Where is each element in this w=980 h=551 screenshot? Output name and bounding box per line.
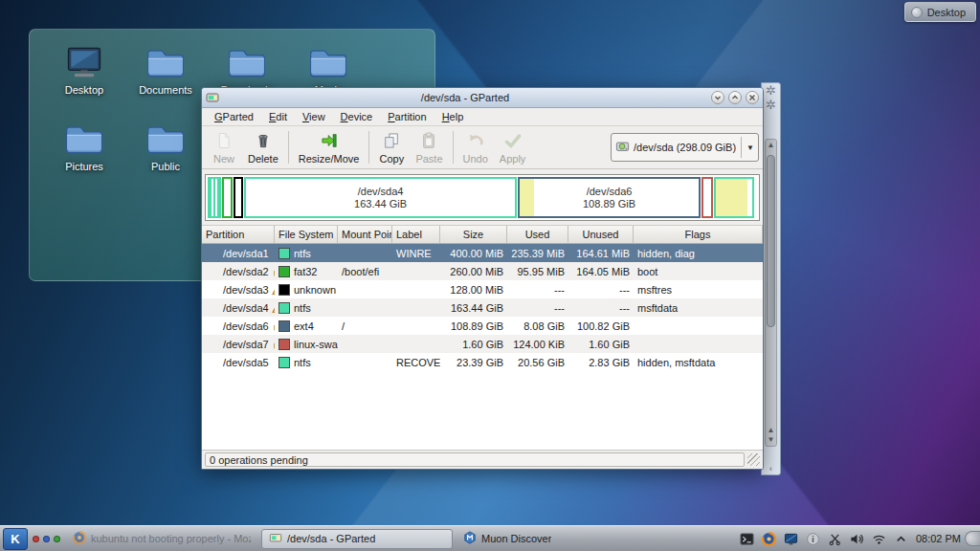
- minimize-button[interactable]: [711, 91, 724, 104]
- desktop-toolbox-button[interactable]: Desktop: [904, 2, 976, 22]
- toolbar-button-label: Copy: [380, 153, 405, 165]
- title-bar[interactable]: /dev/sda - GParted: [202, 88, 763, 108]
- partition-bar: /dev/sda4163.44 GiB/dev/sda6108.89 GiB: [205, 174, 760, 221]
- table-row-sda6[interactable]: /dev/sda6ext4/108.89 GiB8.08 GiB100.82 G…: [202, 317, 763, 335]
- folder-icon: [51, 121, 118, 158]
- toolbar-button-label: Undo: [463, 153, 488, 165]
- unused-value: 164.61 MiB: [576, 248, 630, 259]
- display-icon[interactable]: [784, 532, 798, 546]
- resize-move-button[interactable]: Resize/Move: [293, 129, 366, 165]
- table-row-sda3[interactable]: /dev/sda3unknown128.00 MiB------msftres: [202, 280, 763, 298]
- close-button[interactable]: [746, 91, 759, 104]
- flags-value: msftdata: [637, 302, 678, 314]
- taskbar-task-gparted[interactable]: /dev/sda - GParted: [261, 529, 453, 549]
- column-header-partition[interactable]: Partition: [202, 226, 275, 243]
- menu-gparted[interactable]: GParted: [208, 109, 260, 124]
- flags-value: msftres: [637, 284, 672, 296]
- menu-device[interactable]: Device: [334, 109, 380, 124]
- table-row-sda2[interactable]: /dev/sda2fat32/boot/efi260.00 MiB95.95 M…: [202, 262, 763, 280]
- partition-segment-sda3[interactable]: [234, 177, 243, 218]
- device-selector[interactable]: /dev/sda (298.09 GiB)▼: [611, 133, 759, 162]
- scroll-up-icon-2[interactable]: ▲: [766, 427, 776, 434]
- column-header-unused[interactable]: Unused: [568, 226, 634, 243]
- paste-icon: [418, 131, 439, 152]
- menu-partition[interactable]: Partition: [381, 109, 433, 124]
- activity-dot[interactable]: [33, 536, 39, 542]
- partition-segment-sda1[interactable]: [208, 177, 221, 218]
- copy-icon: [381, 131, 402, 152]
- table-row-sda1[interactable]: /dev/sda1ntfsWINRE400.00 MiB235.39 MiB16…: [202, 244, 763, 262]
- volume-icon[interactable]: [850, 532, 864, 546]
- table-row-sda7[interactable]: /dev/sda7linux-swap1.60 GiB124.00 KiB1.6…: [202, 335, 763, 353]
- partition-segment-sda5[interactable]: [714, 177, 753, 218]
- apply-button[interactable]: Apply: [494, 129, 532, 165]
- window-title: /dev/sda - GParted: [223, 92, 707, 103]
- desktop-icon-pictures[interactable]: Pictures: [51, 121, 118, 172]
- table-row-sda5[interactable]: /dev/sda5ntfsRECOVERY23.39 GiB20.56 GiB2…: [202, 353, 763, 371]
- folder-icon: [213, 45, 280, 81]
- trash-icon: [253, 131, 274, 152]
- task-title: /dev/sda - GParted: [287, 533, 375, 544]
- taskbar-task-kubuntu[interactable]: kubuntu not booting properly - Mozilla F…: [66, 529, 257, 549]
- column-header-flags[interactable]: Flags: [634, 226, 763, 243]
- activity-dot[interactable]: [54, 536, 60, 542]
- segment-label: /dev/sda6108.89 GiB: [520, 179, 699, 216]
- firefox-icon[interactable]: [762, 532, 776, 546]
- activity-dot[interactable]: [43, 536, 50, 542]
- scroll-up-icon[interactable]: ▲: [766, 142, 776, 149]
- kde-menu-button[interactable]: K: [3, 528, 28, 550]
- network-icon[interactable]: [872, 532, 886, 546]
- info-circle-icon[interactable]: i: [806, 532, 820, 546]
- menu-edit[interactable]: Edit: [262, 109, 294, 124]
- partition-name: /dev/sda6: [206, 320, 269, 332]
- column-header-file-system[interactable]: File System: [275, 226, 338, 243]
- task-title: Muon Discover: [481, 533, 551, 544]
- terminal-icon[interactable]: [740, 532, 754, 546]
- new-button[interactable]: New: [206, 129, 242, 165]
- partition-segment-sda7[interactable]: [702, 177, 714, 218]
- partition-segment-sda6[interactable]: /dev/sda6108.89 GiB: [518, 177, 701, 218]
- partition-name: /dev/sda1: [206, 248, 269, 259]
- paste-button[interactable]: Paste: [410, 129, 448, 165]
- filesystem-name: ntfs: [294, 357, 311, 368]
- menu-bar: GPartedEditViewDevicePartitionHelp: [202, 108, 763, 126]
- column-header-mount-point[interactable]: Mount Point: [338, 226, 392, 243]
- scrollbar-thumb[interactable]: [767, 155, 775, 327]
- panel-corner-icon[interactable]: [965, 531, 980, 546]
- column-header-used[interactable]: Used: [507, 226, 568, 243]
- desktop-icon-public[interactable]: Public: [132, 121, 199, 172]
- menu-help[interactable]: Help: [435, 109, 471, 124]
- menu-view[interactable]: View: [296, 109, 332, 124]
- vertical-scrollbar[interactable]: ▲ ▲ ▼: [765, 139, 777, 447]
- toolbar: NewDeleteResize/MoveCopyPasteUndoApply/d…: [202, 126, 763, 169]
- clock[interactable]: 08:02 PM: [916, 533, 961, 544]
- scroll-left-icon[interactable]: ‹: [762, 465, 780, 473]
- size-value: 1.60 GiB: [462, 339, 503, 350]
- table-row-sda4[interactable]: /dev/sda4ntfs163.44 GiB------msftdata: [202, 298, 763, 317]
- scissors-icon[interactable]: [828, 532, 842, 546]
- partition-segment-sda4[interactable]: /dev/sda4163.44 GiB: [244, 177, 517, 218]
- partition-name: /dev/sda2: [206, 266, 269, 277]
- maximize-button[interactable]: [728, 91, 742, 104]
- filesystem-color-swatch: [278, 248, 290, 259]
- size-value: 260.00 MiB: [450, 266, 503, 277]
- cashew-icon: [911, 7, 923, 18]
- desktop-icon-documents[interactable]: Documents: [132, 45, 199, 96]
- delete-button[interactable]: Delete: [242, 129, 284, 165]
- toolbar-separator: [453, 131, 454, 164]
- monitor-icon: [51, 45, 118, 81]
- partition-label: RECOVERY: [396, 357, 440, 368]
- scroll-down-icon[interactable]: ▼: [766, 436, 776, 444]
- taskbar-task-muon[interactable]: Muon Discover: [457, 529, 558, 549]
- activity-dots[interactable]: [33, 536, 60, 542]
- panel-up-arrow-icon[interactable]: [894, 532, 908, 546]
- desktop-icon-desktop[interactable]: Desktop: [51, 45, 118, 96]
- chevron-down-icon: ▼: [746, 143, 754, 152]
- copy-button[interactable]: Copy: [373, 129, 410, 165]
- firefox-icon: [73, 531, 86, 546]
- column-header-size[interactable]: Size: [440, 226, 507, 243]
- partition-segment-sda2[interactable]: [222, 177, 233, 218]
- resize-grip[interactable]: [747, 453, 760, 466]
- column-header-label[interactable]: Label: [392, 226, 440, 243]
- undo-button[interactable]: Undo: [457, 129, 494, 165]
